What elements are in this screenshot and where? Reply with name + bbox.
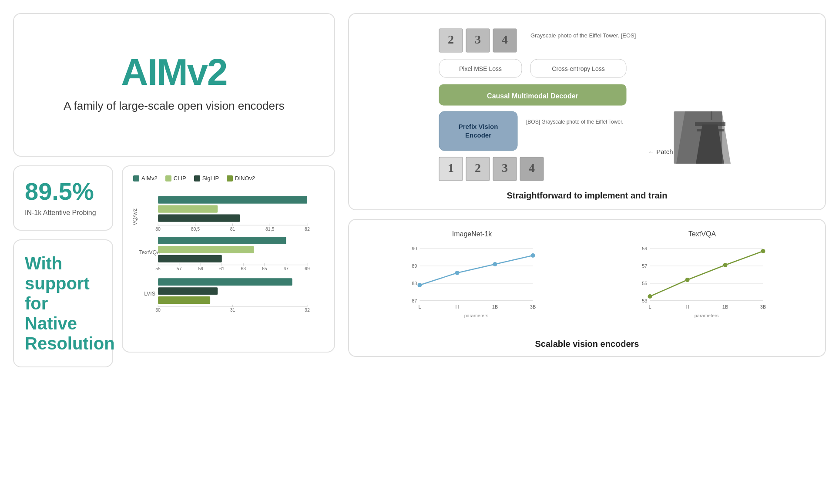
svg-text:81: 81	[230, 227, 235, 232]
svg-text:Grayscale photo of the Eiffel : Grayscale photo of the Eiffel Tower. [EO…	[530, 32, 636, 39]
svg-text:3: 3	[475, 33, 481, 46]
scalable-caption: Scalable vision encoders	[361, 339, 813, 349]
svg-text:4: 4	[502, 33, 508, 46]
svg-text:53: 53	[642, 298, 647, 303]
imagenet-point-1B	[493, 262, 497, 266]
metric-card: 89.5% IN-1k Attentive Probing	[13, 165, 113, 231]
bar-chart-card: AIMv2 CLIP SigLIP DINOv2 VQAv2	[122, 165, 335, 353]
svg-text:L: L	[418, 304, 421, 309]
svg-text:2: 2	[475, 161, 481, 175]
textvqa-point-1B	[723, 263, 728, 267]
textvqa-point-H	[685, 278, 690, 282]
svg-text:32: 32	[305, 308, 310, 312]
metric-label: IN-1k Attentive Probing	[25, 209, 96, 217]
svg-text:31: 31	[230, 308, 235, 312]
native-resolution-card: Withsupport forNativeResolution	[13, 239, 113, 367]
bar-vqav2-siglip	[158, 215, 240, 222]
svg-text:[BOS] Grayscale photo of the E: [BOS] Grayscale photo of the Eiffel Towe…	[526, 119, 624, 125]
svg-rect-59	[697, 129, 724, 131]
svg-text:61: 61	[219, 266, 225, 271]
svg-text:89: 89	[412, 263, 417, 269]
svg-text:63: 63	[241, 266, 246, 271]
aimv2-subtitle: A family of large-scale open vision enco…	[64, 99, 284, 113]
svg-text:LVIS: LVIS	[144, 291, 155, 297]
legend-dot-aimv2	[133, 175, 139, 181]
svg-text:82: 82	[305, 227, 310, 232]
svg-text:69: 69	[305, 266, 310, 271]
svg-rect-58	[695, 122, 725, 126]
bar-lvis-aimv2	[158, 278, 292, 286]
svg-text:2: 2	[448, 33, 454, 46]
svg-text:1: 1	[448, 161, 454, 175]
svg-text:H: H	[456, 304, 459, 309]
bar-lvis-dinov2	[158, 296, 210, 304]
legend-clip: CLIP	[165, 175, 186, 181]
textvqa-point-L	[648, 294, 652, 299]
svg-text:VQAv2: VQAv2	[133, 208, 138, 225]
aimv2-card: AIMv2 A family of large-scale open visio…	[13, 13, 335, 157]
svg-text:87: 87	[412, 298, 417, 303]
right-column: 2 3 4 Grayscale photo of the Eiffel Towe…	[348, 13, 826, 357]
metric-value: 89.5%	[25, 179, 94, 204]
svg-text:3B: 3B	[530, 304, 536, 309]
textvqa-chart: TextVQA 59 57 55 53 L H	[591, 230, 813, 336]
chart-legend: AIMv2 CLIP SigLIP DINOv2	[133, 175, 324, 181]
textvqa-svg: 59 57 55 53 L H 1B 3B parameters	[591, 240, 813, 336]
bar-charts-svg: VQAv2 80 80,5 81 81,5 82	[133, 188, 324, 336]
imagenet-svg: 90 89 88 87 L H 1B 3B parameters	[361, 240, 583, 336]
legend-label-dinov2: DINOv2	[235, 175, 255, 181]
legend-dinov2: DINOv2	[227, 175, 255, 181]
svg-text:81,5: 81,5	[265, 227, 275, 232]
line-charts-row: ImageNet-1k 90 89 88 87 L H	[361, 230, 813, 336]
svg-text:59: 59	[198, 266, 203, 271]
legend-dot-dinov2	[227, 175, 233, 181]
arch-diagram: 2 3 4 Grayscale photo of the Eiffel Towe…	[361, 24, 813, 185]
svg-text:1B: 1B	[492, 304, 498, 309]
imagenet-chart: ImageNet-1k 90 89 88 87 L H	[361, 230, 583, 336]
svg-text:57: 57	[642, 263, 647, 269]
svg-text:57: 57	[177, 266, 182, 271]
bar-textvqa-aimv2	[158, 237, 286, 244]
legend-dot-siglip	[194, 175, 200, 181]
imagenet-point-H	[455, 271, 460, 275]
svg-text:H: H	[686, 304, 689, 309]
svg-text:Cross-entropy Loss: Cross-entropy Loss	[552, 65, 604, 72]
svg-text:55: 55	[642, 281, 647, 286]
svg-text:TextVQA: TextVQA	[139, 249, 161, 255]
aimv2-title: AIMv2	[121, 53, 227, 91]
bar-lvis-siglip	[158, 287, 218, 295]
svg-text:30: 30	[155, 308, 161, 312]
imagenet-point-L	[418, 283, 422, 287]
svg-text:← Patch: ← Patch	[648, 148, 673, 155]
arch-svg: 2 3 4 Grayscale photo of the Eiffel Towe…	[361, 24, 813, 185]
textvqa-title: TextVQA	[591, 230, 813, 238]
textvqa-point-3B	[761, 249, 765, 253]
bar-textvqa-clip	[158, 246, 254, 253]
svg-text:3B: 3B	[760, 304, 766, 309]
imagenet-point-3B	[531, 253, 535, 258]
legend-siglip: SigLIP	[194, 175, 219, 181]
svg-text:3: 3	[502, 161, 508, 175]
svg-text:Pixel MSE Loss: Pixel MSE Loss	[459, 65, 502, 72]
svg-text:Causal Multimodal Decoder: Causal Multimodal Decoder	[487, 92, 578, 100]
svg-text:67: 67	[284, 266, 289, 271]
arch-caption: Straightforward to implement and train	[361, 191, 813, 201]
svg-text:90: 90	[412, 246, 417, 251]
svg-text:L: L	[648, 304, 651, 309]
svg-text:88: 88	[412, 281, 417, 286]
svg-text:parameters: parameters	[695, 313, 719, 318]
svg-text:55: 55	[155, 266, 161, 271]
arch-card: 2 3 4 Grayscale photo of the Eiffel Towe…	[348, 13, 826, 210]
svg-text:parameters: parameters	[464, 313, 489, 318]
legend-label-siglip: SigLIP	[202, 175, 219, 181]
legend-label-clip: CLIP	[174, 175, 186, 181]
svg-text:59: 59	[642, 246, 647, 251]
left-column: AIMv2 A family of large-scale open visio…	[13, 13, 335, 353]
legend-dot-clip	[165, 175, 171, 181]
svg-text:Prefix Vision: Prefix Vision	[459, 123, 498, 130]
imagenet-title: ImageNet-1k	[361, 230, 583, 238]
svg-text:1B: 1B	[722, 304, 728, 309]
legend-aimv2: AIMv2	[133, 175, 158, 181]
bar-textvqa-siglip	[158, 255, 222, 262]
svg-text:4: 4	[529, 161, 535, 175]
